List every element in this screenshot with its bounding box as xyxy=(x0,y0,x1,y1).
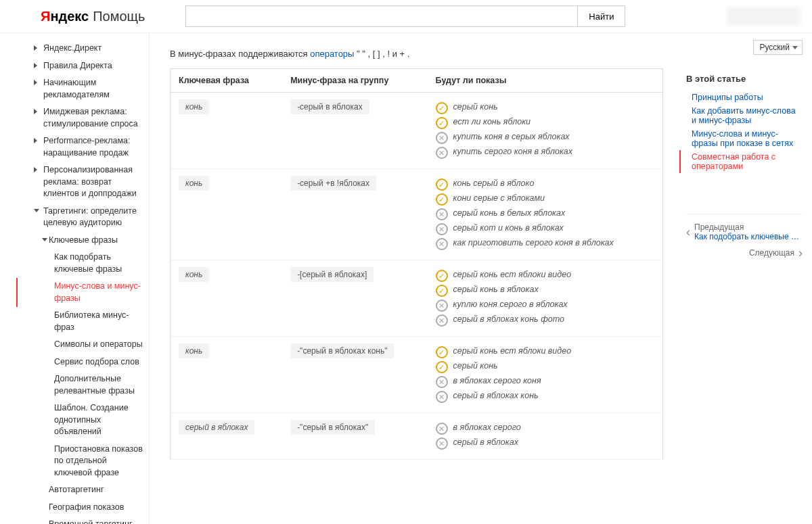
sidebar-nav: Яндекс.ДиректПравила ДиректаНачинающим р… xyxy=(0,33,149,524)
result-text: серый кот и конь в яблоках xyxy=(453,223,564,233)
next-label: Следующая xyxy=(749,248,794,258)
result-line: ✓конь серый в яблоко xyxy=(436,178,654,191)
intro-prefix: В минус-фразах поддерживаются xyxy=(170,49,310,59)
toc-link[interactable]: Минус-слова и минус-фразы при показе в с… xyxy=(686,127,803,150)
result-line: ✓серый конь xyxy=(436,102,654,114)
sidebar-item[interactable]: Персонализированная реклама: возврат кли… xyxy=(34,162,149,203)
keyword-pill: конь xyxy=(179,176,209,191)
result-text: конь серый в яблоко xyxy=(453,178,535,188)
user-avatar[interactable] xyxy=(727,7,801,26)
check-icon: ✓ xyxy=(436,346,448,358)
logo[interactable]: ЯндексПомощь xyxy=(41,9,145,24)
sidebar-item[interactable]: Минус-слова и минус-фразы xyxy=(50,278,149,307)
result-text: серый в яблоках конь xyxy=(453,391,539,400)
sidebar-item[interactable]: Дополнительные релевантные фразы xyxy=(50,371,149,400)
toc-link[interactable]: Совместная работа с операторами xyxy=(679,150,803,173)
header: ЯндексПомощь Найти xyxy=(0,0,812,33)
cross-icon: ✕ xyxy=(436,132,448,144)
cross-icon: ✕ xyxy=(436,314,448,327)
result-text: куплю коня серого в яблоках xyxy=(453,300,568,309)
logo-brand: ндекс xyxy=(50,9,89,24)
result-text: купить серого коня в яблоках xyxy=(453,147,573,156)
sidebar-item[interactable]: Шаблон. Создание однотипных объявлений xyxy=(50,400,149,441)
content: В минус-фразах поддерживаются операторы … xyxy=(149,33,677,524)
operators-link[interactable]: операторы xyxy=(310,49,354,59)
sidebar-item[interactable]: Символы и операторы xyxy=(50,336,149,354)
sidebar-item[interactable]: Начинающим рекламодателям xyxy=(34,74,149,103)
keyword-pill: конь xyxy=(179,343,209,358)
intro-text: В минус-фразах поддерживаются операторы … xyxy=(170,49,663,59)
sidebar-item[interactable]: Сервис подбора слов xyxy=(50,354,149,371)
prev-link[interactable]: ‹ Предыдущая Как подобрать ключевые ф… xyxy=(686,220,803,244)
result-line: ✕в яблоках серого коня xyxy=(436,376,654,388)
sidebar-item[interactable]: Performance-реклама: наращивание продаж xyxy=(34,133,149,162)
result-line: ✓серый конь ест яблоки видео xyxy=(436,346,654,358)
check-icon: ✓ xyxy=(436,102,448,114)
search: Найти xyxy=(185,5,625,27)
search-button[interactable]: Найти xyxy=(578,5,625,27)
check-icon: ✓ xyxy=(436,117,448,129)
chevron-left-icon: ‹ xyxy=(686,226,690,238)
language-select[interactable]: Русский xyxy=(753,40,803,55)
check-icon: ✓ xyxy=(436,193,448,206)
table-header: Минус-фраза на группу xyxy=(282,69,427,93)
check-icon: ✓ xyxy=(436,270,448,282)
table-header: Ключевая фраза xyxy=(171,69,283,93)
search-input[interactable] xyxy=(185,5,578,27)
cross-icon: ✕ xyxy=(436,147,448,159)
result-text: серый конь ест яблоки видео xyxy=(453,346,572,356)
result-text: в яблоках серого xyxy=(453,423,521,432)
table-header: Будут ли показы xyxy=(428,69,663,93)
result-line: ✕серый конь в белых яблоках xyxy=(436,208,654,220)
chevron-right-icon: › xyxy=(798,247,803,259)
sidebar-item[interactable]: Временной таргетинг xyxy=(42,516,149,524)
cross-icon: ✕ xyxy=(436,423,448,435)
keyword-pill: конь xyxy=(179,99,209,114)
cross-icon: ✕ xyxy=(436,208,448,220)
check-icon: ✓ xyxy=(436,285,448,297)
result-text: серый конь xyxy=(453,361,498,371)
language-value: Русский xyxy=(759,43,790,52)
result-text: купить коня в серых яблоках xyxy=(453,132,570,141)
minus-phrase-pill: -серый в яблоках xyxy=(290,99,369,114)
logo-help: Помощь xyxy=(93,9,145,24)
next-link[interactable]: Следующая › xyxy=(686,244,803,262)
result-text: серый конь в белых яблоках xyxy=(453,208,566,218)
result-line: ✕купить серого коня в яблоках xyxy=(436,147,654,159)
sidebar-item[interactable]: Яндекс.Директ xyxy=(34,40,149,57)
table-row: серый в яблоках-"серый в яблоках"✕в ябло… xyxy=(171,413,663,460)
sidebar-item[interactable]: Ключевые фразы xyxy=(42,232,149,249)
intro-suffix: " " , [ ] , ! и + . xyxy=(354,49,409,59)
toc-link[interactable]: Принципы работы xyxy=(686,91,803,104)
result-line: ✕в яблоках серого xyxy=(436,423,654,435)
cross-icon: ✕ xyxy=(436,391,448,403)
result-text: серый в яблоках xyxy=(453,437,518,447)
check-icon: ✓ xyxy=(436,178,448,191)
result-line: ✓серый конь ест яблоки видео xyxy=(436,270,654,282)
sidebar-item[interactable]: Правила Директа xyxy=(34,57,149,75)
keyword-pill: серый в яблоках xyxy=(179,420,254,435)
toc: Принципы работыКак добавить минус-слова … xyxy=(686,91,803,173)
prev-label: Предыдущая xyxy=(694,222,803,232)
sidebar-item[interactable]: География показов xyxy=(42,499,149,517)
toc-title: В этой статье xyxy=(686,74,803,84)
keyword-pill: конь xyxy=(179,267,209,282)
cross-icon: ✕ xyxy=(436,300,448,312)
cross-icon: ✕ xyxy=(436,223,448,235)
sidebar-item[interactable]: Имиджевая реклама: стимулирование спроса xyxy=(34,103,149,133)
sidebar-item[interactable]: Библиотека минус-фраз xyxy=(50,307,149,336)
sidebar-item[interactable]: Автотаргетинг xyxy=(42,481,149,499)
result-line: ✓серый конь xyxy=(436,361,654,373)
sidebar-item[interactable]: Таргетинги: определите целевую аудиторию xyxy=(34,203,149,232)
sidebar-item[interactable]: Как подобрать ключевые фразы xyxy=(50,249,149,278)
sidebar-item[interactable]: Приостановка показов по отдельной ключев… xyxy=(50,441,149,482)
toc-link[interactable]: Как добавить минус-слова и минус-фразы xyxy=(686,104,803,127)
check-icon: ✓ xyxy=(436,361,448,373)
result-text: серый конь ест яблоки видео xyxy=(453,270,572,279)
minus-phrase-pill: -"серый в яблоках" xyxy=(290,420,375,435)
result-text: ест ли конь яблоки xyxy=(453,117,531,126)
result-line: ✕куплю коня серого в яблоках xyxy=(436,300,654,312)
result-line: ✓кони серые с яблоками xyxy=(436,193,654,206)
logo-letter: Я xyxy=(41,9,50,24)
result-line: ✕купить коня в серых яблоках xyxy=(436,132,654,144)
